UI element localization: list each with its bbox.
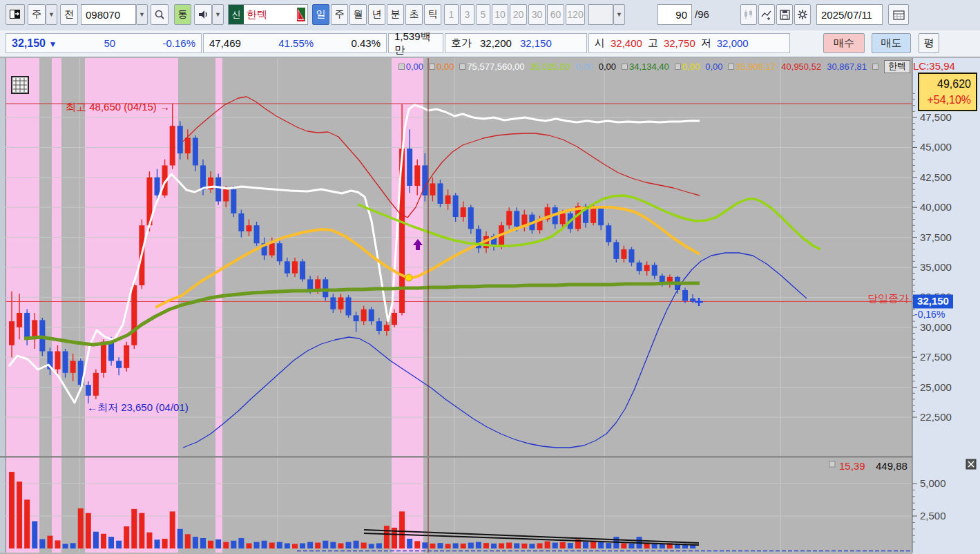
search-icon[interactable]: [151, 4, 169, 25]
view-day-button[interactable]: 일: [312, 4, 329, 25]
window-icon[interactable]: [6, 4, 25, 25]
volume-bar: [47, 536, 52, 548]
volume-bar: [246, 543, 251, 548]
legend-item: 75,577,560,00: [459, 61, 524, 72]
tooltip-pct: +54,10%: [927, 94, 971, 106]
interval-10-button[interactable]: 10: [492, 4, 508, 25]
open-label: 시: [595, 37, 605, 50]
interval-combo-arrow[interactable]: ▼: [613, 4, 625, 25]
volume-bar: [437, 543, 443, 548]
candle-add-icon[interactable]: [740, 4, 757, 25]
stock-code-input[interactable]: 098070: [81, 4, 136, 25]
volume-bar: [521, 544, 527, 548]
volume-bar: [545, 542, 550, 548]
buy-button[interactable]: 매수: [823, 33, 865, 53]
highlight-band: [215, 58, 222, 553]
save-icon[interactable]: [776, 4, 793, 25]
candle: [606, 225, 611, 242]
ohl-field: 시 32,400 고 32,750 저 32,000: [588, 33, 790, 53]
candle: [246, 225, 251, 231]
candle: [437, 183, 443, 204]
candle: [414, 165, 420, 186]
calendar-icon[interactable]: [888, 4, 909, 25]
gear-icon[interactable]: [794, 4, 811, 25]
interval-120-button[interactable]: 120: [566, 4, 585, 25]
candle: [682, 290, 688, 301]
stock-name-label: 한텍: [244, 8, 296, 21]
view-tick-button[interactable]: 틱: [424, 4, 441, 25]
sell-button[interactable]: 매도: [872, 33, 911, 53]
grid-toggle-button[interactable]: [12, 77, 28, 93]
volume-bar: [39, 539, 45, 548]
interval-60-button[interactable]: 60: [547, 4, 564, 25]
candle: [361, 309, 367, 321]
date-input[interactable]: 2025/07/11: [816, 4, 883, 25]
interval-combo[interactable]: [588, 4, 613, 25]
volume-bar: [116, 541, 122, 548]
indicator-legend: 0,000,0075,577,560,0035,025,000,000,0034…: [290, 60, 910, 73]
speaker-dropdown-arrow[interactable]: ▼: [212, 4, 224, 25]
candle: [131, 285, 137, 345]
volume-bar: [529, 544, 535, 548]
candle: [430, 183, 435, 195]
tong-button[interactable]: 통: [174, 4, 191, 25]
ask-price: 32,200: [480, 37, 512, 49]
volume-tick-label: 2,500: [920, 510, 946, 522]
code-dropdown-arrow[interactable]: ▼: [136, 4, 148, 25]
legend-item: 0,00: [429, 61, 454, 72]
bar-position-input[interactable]: 90: [657, 4, 692, 25]
period-combo-arrow[interactable]: ▼: [46, 4, 57, 25]
rate2-value: 0.43%: [351, 37, 381, 49]
volume-bar: [354, 541, 359, 548]
candle: [346, 297, 352, 315]
candle: [124, 345, 129, 368]
volume-bar: [238, 538, 244, 548]
volume-bar: [101, 534, 106, 548]
jeon-button[interactable]: 전: [60, 4, 78, 25]
candle: [277, 243, 282, 261]
volume-bar: [292, 544, 298, 548]
view-year-button[interactable]: 년: [368, 4, 385, 25]
volume-bar: [63, 544, 68, 548]
volume-bar: [414, 541, 420, 548]
speaker-icon[interactable]: [194, 4, 212, 25]
lc-label: LC:35,94: [913, 60, 955, 72]
interval-30-button[interactable]: 30: [528, 4, 546, 25]
candle: [338, 297, 343, 309]
volume-bar: [307, 542, 313, 548]
volume-bar: [17, 481, 22, 548]
chart-canvas[interactable]: 최고 48,650 (04/15) →←최저 23,650 (04/01)당일종…: [0, 0, 980, 554]
close-line-label: 당일종가: [867, 292, 909, 304]
candle: [269, 243, 275, 255]
view-second-button[interactable]: 초: [405, 4, 423, 25]
period-combo[interactable]: 주: [28, 4, 46, 25]
high-label: 고: [648, 37, 658, 50]
volume-bar: [70, 543, 76, 548]
volume-bar: [422, 542, 427, 548]
volume-bar: [660, 544, 665, 548]
candle: [560, 213, 566, 225]
low-annotation: ←최저 23,650 (04/01): [87, 401, 189, 413]
volume-bar: [346, 542, 352, 548]
interval-3-button[interactable]: 3: [460, 4, 474, 25]
avg-button[interactable]: 평: [919, 33, 939, 53]
interval-5-button[interactable]: 5: [476, 4, 490, 25]
view-week-button[interactable]: 주: [331, 4, 348, 25]
pane-close-icon[interactable]: [966, 459, 976, 469]
volume-summary: 47,469 41.55% 0.43%: [203, 33, 387, 53]
volume-bar: [399, 511, 405, 548]
interval-20-button[interactable]: 20: [510, 4, 527, 25]
candle: [590, 207, 596, 223]
candle: [376, 321, 382, 331]
view-month-button[interactable]: 월: [349, 4, 367, 25]
interval-1-button[interactable]: 1: [444, 4, 459, 25]
volume-bar: [453, 543, 459, 548]
view-minute-button[interactable]: 분: [387, 4, 404, 25]
volume-bar: [560, 542, 566, 548]
annotation: 32,150: [917, 295, 949, 307]
line-add-icon[interactable]: [758, 4, 775, 25]
low-price: 32,000: [717, 37, 749, 49]
stock-name-field[interactable]: 신 한텍: [228, 4, 308, 25]
legend-stock-name[interactable]: 한텍: [884, 60, 910, 73]
candle: [468, 207, 474, 229]
